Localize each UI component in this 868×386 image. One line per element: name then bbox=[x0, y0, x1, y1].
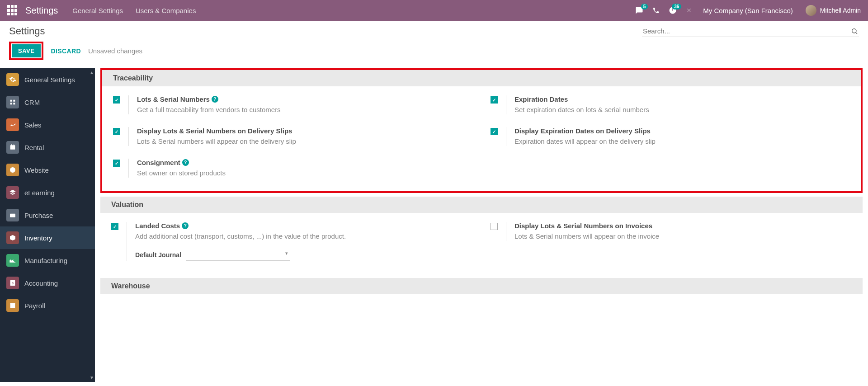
sidebar-icon bbox=[6, 118, 19, 131]
checkbox[interactable]: ✓ bbox=[491, 128, 498, 135]
svg-rect-2 bbox=[10, 145, 15, 149]
svg-line-1 bbox=[856, 33, 857, 34]
sidebar-item-label: Website bbox=[24, 166, 49, 174]
sidebar-item-manufacturing[interactable]: Manufacturing bbox=[0, 249, 95, 272]
save-highlight: SAVE bbox=[9, 42, 43, 60]
nav-users-companies[interactable]: Users & Companies bbox=[136, 7, 196, 14]
section-header-traceability: Traceability bbox=[102, 70, 861, 86]
nav-general-settings[interactable]: General Settings bbox=[72, 7, 123, 14]
sidebar-item-website[interactable]: Website bbox=[0, 159, 95, 181]
help-icon[interactable]: ? bbox=[212, 96, 218, 103]
journal-dropdown[interactable] bbox=[186, 249, 290, 261]
messages-icon[interactable]: 5 bbox=[635, 6, 643, 14]
section-header-warehouse: Warehouse bbox=[100, 278, 863, 294]
help-icon[interactable]: ? bbox=[182, 222, 189, 229]
option-desc: Expiration dates will appear on the deli… bbox=[514, 137, 656, 146]
setting-option: ✓Display Expiration Dates on Delivery Sl… bbox=[491, 127, 850, 146]
sidebar-item-label: Purchase bbox=[24, 212, 53, 219]
sidebar-item-label: eLearning bbox=[24, 189, 55, 197]
journal-label: Default Journal bbox=[135, 251, 181, 259]
user-menu[interactable]: Mitchell Admin bbox=[806, 5, 861, 16]
sidebar-item-inventory[interactable]: Inventory bbox=[0, 226, 95, 249]
section-header-valuation: Valuation bbox=[100, 197, 863, 213]
svg-point-0 bbox=[852, 28, 856, 33]
save-button[interactable]: SAVE bbox=[12, 44, 41, 57]
subheader: Settings bbox=[0, 21, 868, 37]
option-title: Display Expiration Dates on Delivery Sli… bbox=[514, 127, 656, 135]
setting-option: ✓Expiration DatesSet expiration dates on… bbox=[491, 95, 850, 114]
scroll-down-icon[interactable]: ▼ bbox=[90, 375, 94, 380]
setting-option: ✓Lots & Serial Numbers ?Get a full trace… bbox=[113, 95, 472, 114]
svg-rect-10 bbox=[10, 303, 15, 308]
brand-title: Settings bbox=[25, 5, 58, 16]
section-traceability: Traceability ✓Lots & Serial Numbers ?Get… bbox=[100, 68, 863, 193]
sidebar-item-label: Sales bbox=[24, 121, 42, 129]
search-input[interactable] bbox=[643, 27, 851, 35]
search-input-wrap[interactable] bbox=[642, 25, 859, 37]
sidebar-item-elearning[interactable]: eLearning bbox=[0, 181, 95, 204]
help-icon[interactable]: ? bbox=[182, 159, 189, 166]
sidebar-item-accounting[interactable]: $Accounting bbox=[0, 272, 95, 294]
option-desc: Set expiration dates on lots & serial nu… bbox=[514, 105, 649, 114]
sidebar-item-general-settings[interactable]: General Settings bbox=[0, 68, 95, 91]
sidebar-item-label: Manufacturing bbox=[24, 257, 67, 264]
search-icon[interactable] bbox=[851, 28, 858, 35]
sidebar-item-label: CRM bbox=[24, 99, 40, 106]
activities-icon[interactable]: 36 bbox=[669, 6, 677, 14]
sidebar-icon bbox=[6, 231, 19, 244]
sidebar-item-sales[interactable]: Sales bbox=[0, 113, 95, 136]
setting-option: Display Lots & Serial Numbers on Invoice… bbox=[491, 222, 852, 241]
checkbox[interactable] bbox=[491, 223, 498, 230]
svg-rect-7 bbox=[10, 215, 15, 215]
option-desc: Add additional cost (transport, customs,… bbox=[135, 231, 346, 241]
svg-rect-3 bbox=[11, 144, 12, 146]
option-desc: Get a full traceability from vendors to … bbox=[137, 105, 281, 114]
checkbox[interactable]: ✓ bbox=[113, 128, 120, 135]
close-icon[interactable] bbox=[686, 7, 692, 14]
sidebar-item-crm[interactable]: CRM bbox=[0, 91, 95, 113]
default-journal-field: Default Journal bbox=[135, 249, 346, 261]
apps-icon[interactable] bbox=[7, 5, 18, 16]
sidebar-icon bbox=[6, 186, 19, 199]
option-title: Consignment ? bbox=[137, 159, 226, 166]
sidebar-item-label: Payroll bbox=[24, 302, 45, 310]
checkbox[interactable]: ✓ bbox=[111, 223, 118, 230]
option-title: Display Lots & Serial Numbers on Deliver… bbox=[137, 127, 296, 135]
option-desc: Set owner on stored products bbox=[137, 168, 226, 178]
checkbox[interactable]: ✓ bbox=[491, 96, 498, 104]
unsaved-label: Unsaved changes bbox=[88, 47, 142, 55]
checkbox[interactable]: ✓ bbox=[113, 160, 120, 167]
option-title: Expiration Dates bbox=[514, 95, 649, 103]
company-selector[interactable]: My Company (San Francisco) bbox=[703, 7, 793, 14]
checkbox[interactable]: ✓ bbox=[113, 96, 120, 104]
sidebar-item-purchase[interactable]: Purchase bbox=[0, 204, 95, 226]
messages-badge: 5 bbox=[641, 4, 648, 9]
sidebar-icon bbox=[6, 254, 19, 267]
sidebar-icon bbox=[6, 209, 19, 221]
settings-content[interactable]: Traceability ✓Lots & Serial Numbers ?Get… bbox=[95, 68, 868, 382]
user-name: Mitchell Admin bbox=[820, 7, 861, 14]
option-title: Lots & Serial Numbers ? bbox=[137, 95, 281, 103]
settings-sidebar: ▲ ▼ General SettingsCRMSalesRentalWebsit… bbox=[0, 68, 95, 382]
svg-rect-6 bbox=[10, 214, 15, 217]
sidebar-item-rental[interactable]: Rental bbox=[0, 136, 95, 159]
phone-icon[interactable] bbox=[652, 7, 660, 14]
sidebar-item-label: Inventory bbox=[24, 234, 52, 242]
sidebar-icon bbox=[6, 96, 19, 108]
sidebar-icon bbox=[6, 141, 19, 154]
discard-button[interactable]: DISCARD bbox=[51, 47, 81, 55]
sidebar-item-payroll[interactable]: Payroll bbox=[0, 294, 95, 317]
section-warehouse: Warehouse bbox=[100, 278, 863, 294]
option-desc: Lots & Serial numbers will appear on the… bbox=[514, 231, 659, 241]
option-title: Display Lots & Serial Numbers on Invoice… bbox=[514, 222, 659, 230]
page-title: Settings bbox=[9, 25, 45, 37]
sidebar-item-label: Rental bbox=[24, 144, 44, 151]
sidebar-item-label: General Settings bbox=[24, 76, 75, 84]
avatar bbox=[806, 5, 816, 16]
option-desc: Lots & Serial numbers will appear on the… bbox=[137, 137, 296, 146]
scroll-up-icon[interactable]: ▲ bbox=[90, 70, 94, 75]
setting-option: ✓Consignment ?Set owner on stored produc… bbox=[113, 159, 472, 178]
sidebar-icon bbox=[6, 73, 19, 86]
svg-rect-4 bbox=[14, 144, 14, 146]
setting-option: ✓Landed Costs ?Add additional cost (tran… bbox=[111, 222, 472, 261]
